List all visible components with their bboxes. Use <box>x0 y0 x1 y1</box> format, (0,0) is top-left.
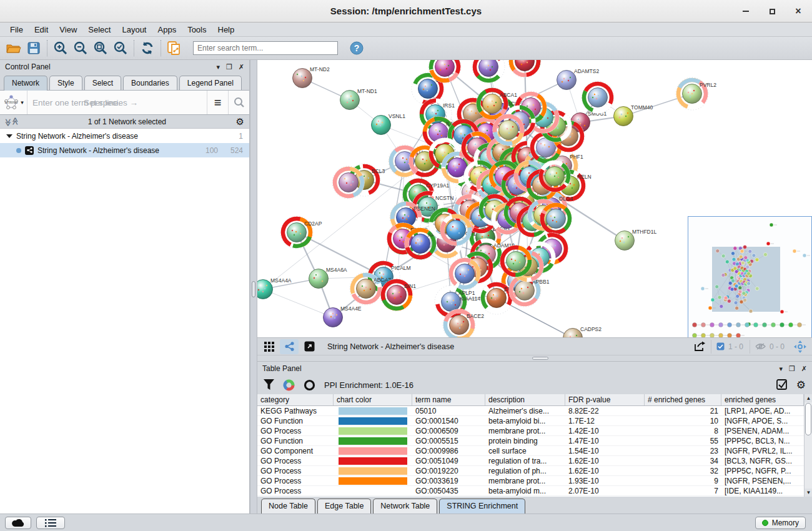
export-network-button[interactable] <box>691 339 710 354</box>
zoom-fit-button[interactable] <box>91 39 111 57</box>
node-MS4A4E[interactable]: MS4A4E <box>324 305 362 327</box>
panel-splitter-vertical[interactable] <box>250 60 257 514</box>
tab-boundaries[interactable]: Boundaries <box>123 76 177 90</box>
zoom-out-button[interactable] <box>71 39 91 57</box>
string-options-button[interactable]: ≡ <box>207 91 228 114</box>
scrollbar-thumb[interactable] <box>805 403 811 435</box>
string-query-input[interactable]: Enter one term per line. Set species → <box>27 91 207 114</box>
table-row[interactable]: GO FunctionGO:0001540beta-amyloid bi...1… <box>257 416 804 426</box>
node-SMUG1[interactable]: SMUG1 <box>571 111 607 132</box>
network-collection-row[interactable]: String Network - Alzheimer's disease 1 <box>0 129 249 143</box>
node[interactable] <box>469 60 508 86</box>
menu-edit[interactable]: Edit <box>29 24 53 36</box>
node-MT-ND1[interactable]: MT-ND1 <box>340 88 377 110</box>
menu-view[interactable]: View <box>54 24 82 36</box>
navigator-button[interactable] <box>791 339 810 354</box>
column-header-FDR-p-value[interactable]: FDR p-value <box>565 394 645 405</box>
node-MTHFD1L[interactable]: MTHFD1L <box>615 229 657 251</box>
open-session-button[interactable] <box>4 39 24 57</box>
select-rows-checkbox-icon[interactable] <box>776 379 788 390</box>
table-row[interactable]: GO ProcessGO:0033619membrane prot...1.93… <box>257 476 804 486</box>
node-PVRL2[interactable]: PVRL2 <box>673 75 717 113</box>
tab-string-enrichment[interactable]: STRING Enrichment <box>439 499 525 514</box>
node-BACE2[interactable]: BACE2 <box>442 308 484 337</box>
tab-style[interactable]: Style <box>49 76 82 90</box>
column-header-category[interactable]: category <box>257 394 334 405</box>
close-panel-icon[interactable]: ✗ <box>239 63 244 71</box>
panel-menu-icon[interactable]: ▾ <box>216 63 220 71</box>
window-titlebar[interactable]: Session: /tmp/enrichmentTest.cys × <box>0 0 812 22</box>
zoom-in-button[interactable] <box>51 39 71 57</box>
table-row[interactable]: GO ProcessGO:0006509membrane prot...1.42… <box>257 426 804 436</box>
tab-legend-panel[interactable]: Legend Panel <box>179 76 242 90</box>
task-list-button[interactable] <box>36 517 65 529</box>
birdseye-view[interactable] <box>688 216 812 337</box>
network-canvas[interactable]: MT-ND2MT-ND1VSNL1GAB2ADAMTS2PVRL2SMUG1TO… <box>257 60 812 337</box>
node-MS4A4A[interactable]: MS4A4A <box>257 277 292 299</box>
scroll-down-icon[interactable]: ▼ <box>805 489 812 497</box>
menu-file[interactable]: File <box>5 24 28 36</box>
float-panel-icon[interactable]: ❒ <box>226 63 232 71</box>
set-species-hint[interactable]: Set species → <box>84 98 138 107</box>
string-logo-dropdown[interactable]: STRING ▾ <box>0 91 27 114</box>
save-session-button[interactable] <box>24 39 44 57</box>
expand-all-icon[interactable]: ≫ <box>11 118 19 125</box>
table-scrollbar[interactable]: ▲ ▼ <box>804 394 812 497</box>
table-row[interactable]: GO ProcessGO:0019220regulation of ph...1… <box>257 466 804 476</box>
table-settings-gear-icon[interactable]: ⚙ <box>796 379 806 392</box>
ring-chart-icon[interactable] <box>304 379 315 391</box>
tab-select[interactable]: Select <box>84 76 121 90</box>
node-CADPS2[interactable]: CADPS2 <box>563 326 602 337</box>
panel-menu-icon[interactable]: ▾ <box>779 365 783 373</box>
tab-node-table[interactable]: Node Table <box>261 499 315 514</box>
float-panel-icon[interactable]: ❒ <box>789 365 795 373</box>
tab-network-table[interactable]: Network Table <box>373 499 437 514</box>
column-header-enriched-genes[interactable]: enriched genes <box>721 394 804 405</box>
tab-network[interactable]: Network <box>4 76 47 91</box>
table-row[interactable]: KEGG Pathways05010Alzheimer's dise...8.8… <box>257 406 804 416</box>
column-header-chart-color[interactable]: chart color <box>334 394 412 405</box>
cloud-tasks-button[interactable] <box>5 517 31 529</box>
node[interactable] <box>329 163 367 201</box>
menu-layout[interactable]: Layout <box>117 24 151 36</box>
column-header-description[interactable]: description <box>485 394 565 405</box>
string-view-button[interactable] <box>280 339 299 354</box>
table-row[interactable]: GO ComponentGO:0009986cell surface1.54E-… <box>257 446 804 456</box>
splitter-grip[interactable] <box>532 357 548 360</box>
close-button[interactable]: × <box>793 6 803 16</box>
import-network-button[interactable] <box>164 39 184 57</box>
minimize-button[interactable] <box>741 6 751 16</box>
filter-icon[interactable] <box>264 379 274 390</box>
column-header-term-name[interactable]: term name <box>412 394 485 405</box>
help-button[interactable]: ? <box>347 39 367 57</box>
splitter-grip[interactable] <box>252 281 255 297</box>
open-in-window-button[interactable] <box>300 339 319 354</box>
donut-chart-icon[interactable] <box>283 379 295 391</box>
string-search-button[interactable] <box>228 91 249 114</box>
refresh-button[interactable] <box>137 39 157 57</box>
node-MT-ND2[interactable]: MT-ND2 <box>293 66 330 88</box>
collapse-triangle-icon[interactable] <box>6 134 12 138</box>
node-CD2AP[interactable]: CD2AP <box>279 214 322 251</box>
menu-tools[interactable]: Tools <box>182 24 211 36</box>
scroll-up-icon[interactable]: ▲ <box>805 394 812 402</box>
menu-apps[interactable]: Apps <box>153 24 182 36</box>
node-VSNL1[interactable]: VSNL1 <box>372 113 406 135</box>
table-row[interactable]: GO ProcessGO:0051049regulation of tra...… <box>257 456 804 466</box>
node[interactable] <box>579 79 616 116</box>
memory-button[interactable]: Memory <box>755 517 806 529</box>
network-gear-icon[interactable]: ⚙ <box>236 116 244 127</box>
table-row[interactable]: GO FunctionGO:0005515protein binding1.47… <box>257 436 804 446</box>
grid-view-button[interactable] <box>260 339 279 354</box>
close-panel-icon[interactable]: ✗ <box>801 365 807 373</box>
tab-edge-table[interactable]: Edge Table <box>317 499 371 514</box>
table-row[interactable]: GO ProcessGO:0050435beta-amyloid m...2.0… <box>257 486 804 496</box>
panel-splitter-horizontal[interactable] <box>257 355 812 361</box>
search-input[interactable] <box>193 41 338 55</box>
zoom-selected-button[interactable] <box>111 39 131 57</box>
menu-select[interactable]: Select <box>83 24 116 36</box>
network-row[interactable]: String Network - Alzheimer's disease 100… <box>0 143 249 157</box>
menu-help[interactable]: Help <box>213 24 240 36</box>
maximize-button[interactable] <box>767 6 777 16</box>
node-TOMM40[interactable]: TOMM40 <box>614 104 653 126</box>
